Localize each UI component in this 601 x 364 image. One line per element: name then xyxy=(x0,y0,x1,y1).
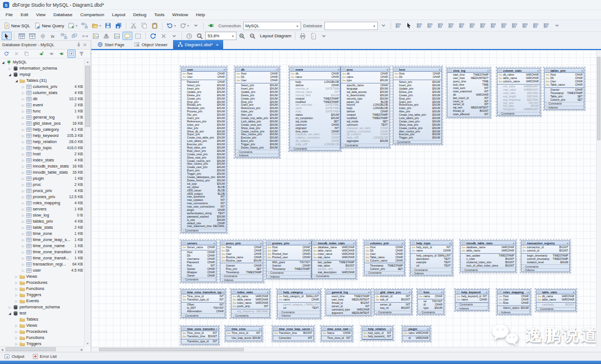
tree-item-time-zone-transition[interactable]: ▷time_zone_transition1 KB xyxy=(0,249,84,255)
toolbar-overflow[interactable] xyxy=(319,32,329,40)
expand-closed-icon[interactable]: ▷ xyxy=(21,220,25,223)
close-panel-icon[interactable] xyxy=(82,42,88,47)
toolbar-remove-from-diagram[interactable] xyxy=(159,32,169,40)
table-section-constraints[interactable]: ›Constraints xyxy=(461,268,515,272)
tree-item-events[interactable]: ▷Events xyxy=(0,298,84,304)
toolbar-connect[interactable] xyxy=(206,22,216,30)
tree-item-user[interactable]: ▷user4.5 KB xyxy=(0,267,84,273)
expand-closed-icon[interactable]: › xyxy=(462,269,464,272)
toolbar-align-bottom[interactable] xyxy=(467,22,477,30)
tree-item-mysql[interactable]: ◢mysql xyxy=(0,71,84,77)
tree-item-slow-log[interactable]: ▷slow_log0 B xyxy=(0,212,84,218)
toolbar-align-right[interactable] xyxy=(436,22,446,30)
toolbar-open-folder[interactable]: ▾ xyxy=(90,22,103,30)
tree-item-views[interactable]: ▷Views xyxy=(0,273,84,279)
tree-item-test[interactable]: ◢test xyxy=(0,310,84,316)
expand-closed-icon[interactable]: ▷ xyxy=(21,140,25,144)
expand-closed-icon[interactable]: ▷ xyxy=(21,269,25,272)
scroll-right-icon[interactable]: ▶ xyxy=(81,348,83,351)
expand-closed-icon[interactable]: ▷ xyxy=(21,134,25,137)
scrollbar-thumb[interactable] xyxy=(99,348,244,351)
table-section-indexes[interactable]: ›Indexes xyxy=(235,154,279,158)
bottom-tab-output[interactable]: Output xyxy=(4,353,24,360)
table-header[interactable]: help_category▴ xyxy=(278,290,320,294)
expand-closed-icon[interactable]: ▷ xyxy=(14,275,18,278)
expand-closed-icon[interactable]: › xyxy=(237,151,238,154)
tree-item-innodb-index-stats[interactable]: ▷innodb_index_stats16 KB xyxy=(0,163,84,169)
expand-closed-icon[interactable]: ▷ xyxy=(21,195,25,199)
table-header[interactable]: gtid_slave_pos▴ xyxy=(375,290,411,294)
table-section-constraints[interactable]: ›Constraints xyxy=(536,307,575,311)
collapse-icon[interactable]: ▴ xyxy=(427,327,428,330)
diagram-table-tables-priv[interactable]: tables_priv▴HostCHARDbCHARUserCHARTable_… xyxy=(544,68,584,110)
explorer-plug-new-button[interactable] xyxy=(37,50,46,58)
toolbar-fit-to-page[interactable] xyxy=(393,22,403,30)
table-header[interactable]: time_zone▴ xyxy=(226,327,262,331)
diagram-table-innodb-index-stats[interactable]: innodb_index_stats▴database_nameVARCHARt… xyxy=(312,240,356,279)
expand-open-icon[interactable]: ◢ xyxy=(8,312,12,315)
collapse-icon[interactable]: ▴ xyxy=(338,68,339,71)
toolbar-space-down[interactable] xyxy=(520,22,530,30)
table-header[interactable]: user▴ xyxy=(181,67,226,72)
toolbar-page-setup[interactable] xyxy=(308,32,318,40)
toolbar-align-center[interactable] xyxy=(425,22,435,30)
tree-item-views[interactable]: ▷Views xyxy=(0,322,84,328)
table-header[interactable]: servers▴ xyxy=(181,241,216,245)
tree-item-func[interactable]: ▷func1 KB xyxy=(0,108,84,114)
table-header[interactable]: event▴ xyxy=(290,67,340,72)
toolbar-new-self-relation[interactable] xyxy=(70,32,80,40)
toolbar-save[interactable] xyxy=(103,22,113,30)
toolbar-new-diagram[interactable] xyxy=(80,22,90,30)
menu-file[interactable]: File xyxy=(2,10,17,19)
expand-open-icon[interactable]: ◢ xyxy=(14,79,18,82)
diagram-table-time-zone-leap-second[interactable]: time_zone_leap_second▴Transition_timeBIG… xyxy=(273,326,314,341)
tree-item-tables[interactable]: Tables xyxy=(0,316,84,322)
expand-closed-icon[interactable]: ▷ xyxy=(21,208,25,211)
collapse-icon[interactable]: ▴ xyxy=(390,327,391,330)
tree-item-functions[interactable]: ▷Functions xyxy=(0,286,84,292)
diagram-table-help-relation[interactable]: help_relation▴help_topic_idINThelp_keywo… xyxy=(362,326,393,340)
collapse-icon[interactable]: ▴ xyxy=(486,291,487,293)
expand-closed-icon[interactable]: › xyxy=(366,272,367,274)
toolbar-cut[interactable] xyxy=(129,22,139,30)
table-section-indexes[interactable]: ›Indexes xyxy=(545,106,584,110)
database-combo[interactable]: ▾ xyxy=(324,22,378,30)
table-header[interactable]: table_stats▴ xyxy=(536,290,575,294)
table-header[interactable]: slow_log▴ xyxy=(447,68,490,73)
table-header[interactable]: index_stats▴ xyxy=(231,290,269,294)
menu-database[interactable]: Database xyxy=(50,10,76,19)
diagram-table-time-zone-transition-type[interactable]: time_zone_transition_type▴Time_zone_idIN… xyxy=(181,289,225,318)
expand-closed-icon[interactable]: › xyxy=(376,311,377,314)
toolbar-decrease-spacing[interactable] xyxy=(541,22,551,30)
collapse-icon[interactable]: ▴ xyxy=(513,242,514,244)
expand-closed-icon[interactable]: ▷ xyxy=(14,287,18,291)
collapse-icon[interactable]: ▴ xyxy=(267,291,268,293)
expand-closed-icon[interactable]: ▷ xyxy=(21,201,25,205)
expand-closed-icon[interactable]: ▷ xyxy=(14,336,18,340)
tree-item-procedures[interactable]: ▷Procedures xyxy=(0,328,84,335)
toolbar-insert-note[interactable] xyxy=(122,32,132,40)
table-header[interactable]: time_zone_name▴ xyxy=(322,327,352,331)
scrollbar-thumb[interactable] xyxy=(85,66,90,127)
menu-edit[interactable]: Edit xyxy=(17,10,32,19)
chevron-down-icon[interactable]: ▾ xyxy=(230,34,236,38)
toolbar-select-tool[interactable] xyxy=(404,22,414,30)
table-header[interactable]: host▴ xyxy=(393,67,441,72)
expand-closed-icon[interactable]: › xyxy=(279,314,280,317)
expand-closed-icon[interactable]: ▷ xyxy=(21,226,25,229)
toolbar-print-preview[interactable] xyxy=(298,32,308,40)
table-header[interactable]: column_stats▴ xyxy=(497,68,540,73)
tab-start-page[interactable]: Start Page xyxy=(93,40,129,49)
pin-icon[interactable] xyxy=(76,42,82,47)
expand-closed-icon[interactable]: ▷ xyxy=(21,116,25,119)
toolbar-autosize[interactable] xyxy=(80,32,90,40)
diagram-table-host[interactable]: host▴HostCHARDbCHARSelect_privENUMInsert… xyxy=(393,67,442,144)
toolbar-new-sql[interactable]: New SQL xyxy=(2,22,32,30)
table-header[interactable]: innodb_table_stats▴ xyxy=(461,241,515,245)
tab-object-viewer[interactable]: Object Viewer xyxy=(130,40,172,49)
toolbar-new-function[interactable]: fx xyxy=(48,32,58,40)
toolbar-undo[interactable]: ▾ xyxy=(165,22,178,30)
toolbar-same-size[interactable] xyxy=(489,22,499,30)
explorer-horizontal-scrollbar[interactable]: ◀ ▶ xyxy=(0,346,84,352)
bottom-tab-error-list[interactable]: Error List xyxy=(32,353,57,360)
